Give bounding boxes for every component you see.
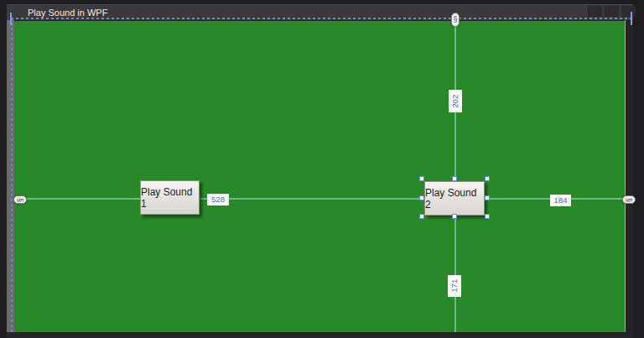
margin-value-left-text: 528: [211, 195, 225, 204]
resize-handle-top-right[interactable]: [485, 176, 490, 181]
anchor-glyph: §: [16, 197, 23, 201]
margin-value-top-text: 202: [451, 95, 460, 108]
close-button-placeholder-icon: [621, 6, 636, 17]
selection-outline-left: [11, 18, 13, 332]
play-sound-2-button[interactable]: Play Sound 2: [424, 181, 485, 216]
resize-handle-bottom-right[interactable]: [485, 214, 490, 219]
selection-corner-tick-left: [10, 13, 12, 25]
play-sound-1-button[interactable]: Play Sound 1: [140, 180, 200, 215]
resize-handle-bottom-middle[interactable]: [452, 214, 457, 219]
margin-anchor-right-icon[interactable]: §: [622, 195, 636, 204]
play-sound-1-label: Play Sound 1: [141, 186, 199, 210]
maximize-button-placeholder-icon: [605, 6, 619, 17]
resize-handle-middle-right[interactable]: [485, 195, 490, 200]
design-canvas[interactable]: [14, 21, 625, 332]
margin-value-right-text: 184: [554, 196, 568, 205]
resize-handle-bottom-left[interactable]: [419, 214, 424, 219]
margin-value-left[interactable]: 528: [207, 194, 229, 205]
anchor-glyph: §: [625, 197, 632, 201]
margin-value-right[interactable]: 184: [550, 195, 571, 206]
selection-corner-tick-right: [631, 12, 632, 25]
artboard-right-border: [625, 20, 626, 332]
artboard-right-shadow: [626, 20, 633, 332]
anchor-glyph: §: [453, 16, 457, 23]
margin-anchor-left-icon[interactable]: §: [13, 195, 27, 204]
resize-handle-top-left[interactable]: [419, 176, 424, 181]
xaml-designer-surface: Play Sound in WPF Play Sound 1 Play Soun…: [0, 0, 644, 338]
horizontal-guide-line: [14, 198, 625, 200]
artboard-bottom-shadow: [7, 332, 633, 338]
play-sound-2-label: Play Sound 2: [425, 187, 484, 211]
resize-handle-middle-left[interactable]: [419, 195, 424, 200]
margin-anchor-top-icon[interactable]: §: [451, 13, 460, 27]
margin-value-top[interactable]: 202: [449, 90, 462, 112]
selection-outline-top: [11, 18, 632, 19]
minimize-button-placeholder-icon: [588, 6, 602, 17]
margin-value-bottom-text: 171: [450, 279, 459, 293]
margin-value-bottom[interactable]: 171: [448, 275, 461, 297]
resize-handle-top-middle[interactable]: [452, 176, 457, 181]
